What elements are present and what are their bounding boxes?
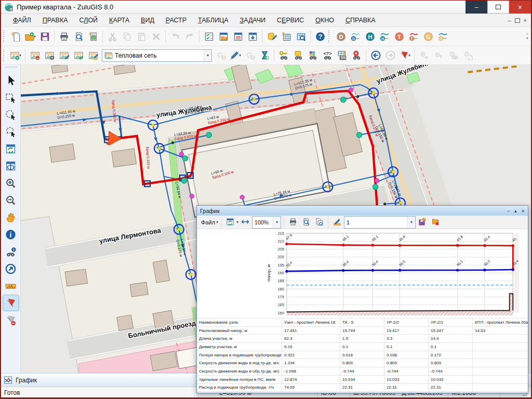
graph-zoom-combobox[interactable]: 100% ▾	[252, 216, 281, 229]
text-window-button[interactable]	[231, 30, 245, 43]
maximize-button[interactable]	[487, 1, 509, 14]
graph-export-button[interactable]	[313, 217, 325, 228]
copy-button[interactable]	[120, 30, 134, 43]
table-row[interactable]: Потери напора в подающем трубопроводе, м…	[197, 351, 528, 360]
node-link-button[interactable]	[446, 49, 460, 62]
mode-D-button[interactable]: D	[334, 30, 348, 43]
report-button[interactable]	[86, 30, 100, 43]
consumer-node[interactable]	[182, 156, 188, 161]
find-in-database-button[interactable]	[291, 49, 305, 62]
graph-save-set-button[interactable]	[417, 217, 428, 228]
graph-window-titlebar[interactable]: График – ▴ ×	[197, 206, 528, 216]
node-up-button[interactable]	[432, 49, 445, 62]
layer-settings-button[interactable]	[43, 49, 56, 62]
edit-database-button[interactable]	[265, 30, 278, 43]
group-off-2-button[interactable]: G	[243, 49, 257, 62]
menu-item-окно[interactable]: ОКНО	[310, 17, 340, 24]
layer-remove-button[interactable]: –	[28, 49, 42, 62]
tool-measure-button[interactable]: 1 2	[3, 278, 19, 294]
tool-select-circle-button[interactable]	[3, 107, 19, 122]
toolbar-grip[interactable]	[3, 30, 6, 43]
table-row[interactable]: Наименование узлаУзел - проспект Ленина …	[197, 318, 528, 327]
mode-G-button[interactable]: G	[421, 30, 435, 43]
graph-print-button[interactable]	[287, 217, 299, 228]
magenta-node[interactable]	[179, 152, 183, 156]
layer-combo-arrow[interactable]: ▾	[204, 50, 211, 61]
toolbar-overflow[interactable]: »▾	[526, 32, 530, 41]
tool-find-info-button[interactable]: i	[3, 244, 19, 259]
tool-select-button[interactable]	[3, 72, 19, 88]
magenta-node[interactable]	[190, 194, 194, 198]
consumer-node[interactable]	[341, 97, 346, 102]
graph-delete-set-button[interactable]	[430, 217, 441, 228]
graph-file-menu[interactable]: Файл	[199, 219, 216, 225]
layer-draw-button[interactable]	[86, 49, 100, 62]
graph-fit-width-button[interactable]	[240, 217, 251, 228]
table-row[interactable]: Скорость движения воды в под.тр-де, м/с1…	[197, 359, 528, 367]
table-row[interactable]: Скорость движения воды в обр.тр-де, м/с-…	[197, 367, 528, 376]
group-off-button[interactable]: G	[214, 49, 228, 62]
menu-item-растр[interactable]: РАСТР	[160, 17, 192, 24]
dock-restore-icon[interactable]	[515, 18, 520, 23]
magenta-node[interactable]	[240, 195, 244, 199]
consumer-node[interactable]	[181, 178, 187, 183]
table-row[interactable]: Располагаемый напор, м17.45115.74915.417…	[197, 327, 528, 335]
graph-H-button[interactable]: H	[378, 30, 391, 43]
tool-refresh-button[interactable]	[3, 141, 19, 156]
find-by-theme-button[interactable]	[306, 49, 320, 62]
nav-forward-button[interactable]	[383, 49, 397, 62]
menu-item-сервис[interactable]: СЕРВИС	[271, 17, 310, 24]
query-filter-button[interactable]	[258, 49, 271, 62]
delete-button[interactable]	[149, 30, 163, 43]
toolbar-grip[interactable]	[328, 30, 331, 43]
new-table-button[interactable]	[280, 30, 293, 43]
undo-button[interactable]	[168, 30, 182, 43]
consumer-node[interactable]	[356, 132, 362, 138]
sidebar-grip[interactable]	[5, 66, 17, 70]
magenta-node[interactable]	[375, 178, 379, 182]
find-by-key-button[interactable]	[277, 49, 290, 62]
graph-D-button[interactable]: D	[349, 30, 362, 43]
tool-zoom-out-button[interactable]	[3, 192, 19, 208]
mode-T-button[interactable]: T	[392, 30, 406, 43]
open-map-button[interactable]: ▾	[23, 30, 37, 43]
node-relink-button[interactable]	[461, 49, 474, 62]
tool-goto-button[interactable]	[3, 261, 19, 276]
task-list-button[interactable]	[202, 30, 216, 43]
layer-combobox[interactable]: Тепловая сеть ▾	[102, 49, 212, 62]
graph-refresh-button[interactable]	[224, 217, 236, 228]
print-button[interactable]	[57, 30, 71, 43]
layer-edit-button[interactable]	[57, 49, 71, 62]
menu-item-файл[interactable]: ФАЙЛ	[7, 17, 37, 24]
menu-item-слой[interactable]: СЛОЙ	[74, 17, 104, 24]
piezometric-chart[interactable]: 215210205200195190185180175165160Напор, …	[197, 229, 528, 318]
table-row[interactable]: Длина участка, м62.31.53.314.9	[197, 335, 528, 343]
graph-G-button[interactable]: G	[436, 30, 449, 43]
tool-select-polygon-button[interactable]	[3, 124, 19, 139]
menu-item-вид[interactable]: ВИД	[135, 17, 160, 24]
project-window-button[interactable]	[217, 30, 230, 43]
edit-mode-button[interactable]: ▾	[229, 49, 242, 62]
save-button[interactable]	[38, 30, 51, 43]
mode-H-button[interactable]: H	[363, 30, 377, 43]
graph-minimize-icon[interactable]: –	[507, 208, 510, 214]
menu-item-задачи[interactable]: ЗАДАЧИ	[234, 17, 271, 24]
dock-minimize-icon[interactable]: –	[508, 17, 511, 23]
tool-flag-clear-button[interactable]	[3, 312, 19, 328]
node-move-button[interactable]	[417, 49, 431, 62]
minimize-button[interactable]: –	[466, 1, 487, 14]
consumer-node[interactable]	[206, 132, 211, 138]
graph-preview-button[interactable]	[300, 217, 312, 228]
toolbar-grip-2[interactable]	[3, 49, 6, 62]
menu-item-справка[interactable]: СПРАВКА	[340, 17, 381, 24]
graph-rollup-icon[interactable]: ▴	[514, 208, 517, 214]
table-row[interactable]: Расход в подающем трубопроводе, т/ч74.09…	[197, 384, 528, 392]
graph-T-button[interactable]: T	[407, 30, 420, 43]
layer-add-button[interactable]: +▾	[9, 49, 22, 62]
magenta-node[interactable]	[349, 88, 353, 92]
cut-button[interactable]	[105, 30, 119, 43]
tab-grafik[interactable]: График	[16, 377, 37, 384]
redo-button[interactable]	[183, 30, 196, 43]
print-preview-button[interactable]	[72, 30, 85, 43]
tool-pan-button[interactable]	[3, 209, 19, 225]
